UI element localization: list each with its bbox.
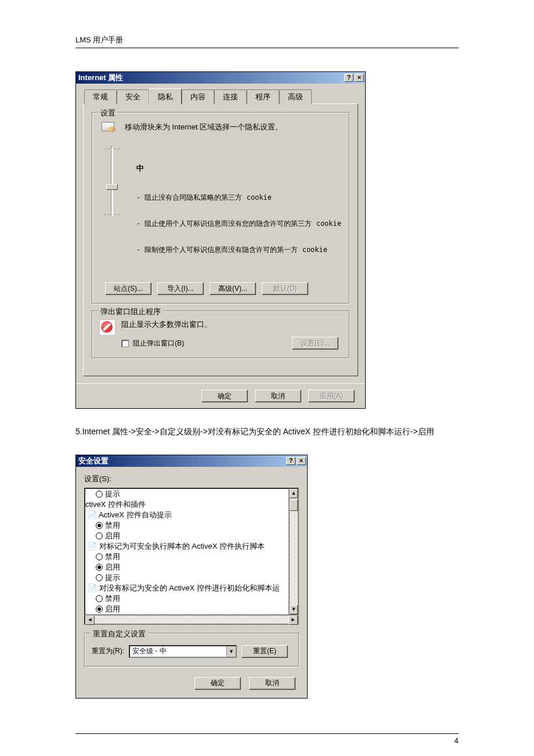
option-label: 禁用 [105,552,120,561]
radio-icon[interactable] [96,522,103,529]
settings-label: 设置(S): [84,474,299,484]
list-item[interactable]: 禁用 [85,520,288,531]
window-title-2: 安全设置 [78,456,285,466]
radio-icon[interactable] [96,553,103,560]
chevron-down-icon[interactable]: ▼ [226,646,236,657]
radio-icon[interactable] [96,606,103,613]
internet-options-window: Internet 属性 ? × 常规 安全 隐私 内容 连接 程序 高级 设置 … [75,71,366,409]
list-item[interactable]: 禁用 [85,593,288,604]
radio-icon[interactable] [96,595,103,602]
ok-button[interactable]: 确定 [201,390,248,402]
scrollbar-track[interactable] [290,511,298,605]
list-item[interactable]: 启用 [85,562,288,573]
settings-group: 设置 移动滑块来为 Internet 区域选择一个隐私设置。 中 - 阻止没有合… [92,112,349,304]
category-item: ctiveX 控件和插件 [85,499,288,510]
page-footer: 4 [75,733,459,745]
tab-advanced[interactable]: 高级 [279,89,312,104]
combo-value: 安全级 - 中 [132,646,226,656]
reset-level-combo[interactable]: 安全级 - 中 ▼ [129,645,237,658]
privacy-desc: 移动滑块来为 Internet 区域选择一个隐私设置。 [125,121,283,135]
list-item[interactable]: 启用 [85,604,288,614]
reset-button[interactable]: 重置(E) [241,645,288,658]
list-item[interactable]: 提示 [85,489,288,499]
option-label: 启用 [105,563,120,571]
step-5-text: 5.Internet 属性->安全->自定义级别->对没有标记为安全的 Acti… [75,423,459,441]
cancel-button[interactable]: 取消 [249,677,295,690]
category-item: 📄 ActiveX 控件自动提示 [85,510,288,520]
privacy-panel: 设置 移动滑块来为 Internet 区域选择一个隐私设置。 中 - 阻止没有合… [83,103,358,376]
popup-desc: 阻止显示大多数弹出窗口。 [121,319,342,330]
option-label: 提示 [105,573,120,582]
horizontal-scrollbar[interactable]: ◄ ► [84,615,299,625]
radio-icon[interactable] [96,491,103,498]
tab-programs[interactable]: 程序 [247,89,279,104]
option-label: 对标记为可安全执行脚本的 ActiveX 控件执行脚本 [99,542,265,550]
option-label: 禁用 [105,521,120,530]
tab-connections[interactable]: 连接 [214,89,247,104]
option-label: 启用 [105,531,120,540]
sites-button[interactable]: 站点(S)... [105,282,151,295]
vertical-scrollbar[interactable]: ▲ ▼ [290,488,299,615]
category-item: 📄 对标记为可安全执行脚本的 ActiveX 控件执行脚本 [85,541,288,552]
popup-blocker-group: 弹出窗口阻止程序 阻止显示大多数弹出窗口。 阻止弹出窗口(B) 设置(E)... [92,311,349,358]
privacy-slider[interactable] [99,146,125,216]
help-icon[interactable]: ? [344,74,353,82]
reset-group: 重置自定义设置 重置为(R): 安全级 - 中 ▼ 重置(E) [84,633,299,667]
option-label: 提示 [105,489,120,498]
option-label: 禁用 [105,594,120,603]
scrollbar-track[interactable] [95,615,288,624]
slider-track [111,146,113,216]
advanced-button[interactable]: 高级(V)... [210,282,256,295]
tab-general[interactable]: 常规 [84,89,117,104]
scroll-up-icon[interactable]: ▲ [290,489,298,498]
dialog-buttons: 确定 取消 应用(A) [76,383,365,408]
popup-block-checkbox[interactable] [121,340,129,347]
popup-block-checkbox-row[interactable]: 阻止弹出窗口(B) [121,339,184,348]
privacy-level-title: 中 [136,164,341,172]
list-item[interactable]: 提示 [85,573,288,583]
scroll-left-icon[interactable]: ◄ [85,615,95,625]
import-button[interactable]: 导入(I)... [157,282,204,295]
reset-label: 重置为(R): [92,646,124,656]
privacy-level-line2: - 阻止使用个人可标识信息而没有您的隐含许可的第三方 cookie [136,219,341,228]
help-icon[interactable]: ? [286,457,295,465]
option-label: 启用 [105,604,120,613]
popup-blocked-icon [99,319,116,336]
tab-content[interactable]: 内容 [182,89,214,104]
ok-button[interactable]: 确定 [194,677,241,690]
default-button[interactable]: 默认(D) [262,282,308,295]
scroll-down-icon[interactable]: ▼ [290,605,298,614]
list-item[interactable]: 启用 [85,531,288,541]
page-header: LMS 用户手册 [75,35,459,48]
security-settings-window: 安全设置 ? × 设置(S): 提示 ctiveX 控件和插件 📄 Active… [75,455,308,699]
apply-button[interactable]: 应用(A) [308,390,355,402]
settings-legend: 设置 [98,108,118,118]
cancel-button[interactable]: 取消 [255,390,301,402]
titlebar-2: 安全设置 ? × [76,455,307,467]
option-label: 对没有标记为安全的 ActiveX 控件进行初始化和脚本运 [99,584,280,592]
scrollbar-thumb[interactable] [290,499,298,511]
security-options-list[interactable]: 提示 ctiveX 控件和插件 📄 ActiveX 控件自动提示 禁用 启用 📄… [84,488,290,615]
window-title: Internet 属性 [78,73,343,83]
tab-security[interactable]: 安全 [117,89,149,104]
privacy-level-info: 中 - 阻止没有合同隐私策略的第三方 cookie - 阻止使用个人可标识信息而… [136,146,341,272]
privacy-level-line1: - 阻止没有合同隐私策略的第三方 cookie [136,193,341,202]
close-icon[interactable]: × [297,457,306,465]
privacy-icon [99,121,118,135]
radio-icon[interactable] [96,564,103,571]
scroll-right-icon[interactable]: ► [288,615,298,625]
list-item[interactable]: 禁用 [85,552,288,562]
close-icon[interactable]: × [355,74,364,82]
reset-legend: 重置自定义设置 [91,629,148,639]
popup-block-label: 阻止弹出窗口(B) [133,339,184,347]
radio-icon[interactable] [96,574,103,581]
slider-thumb[interactable] [106,184,118,190]
tabstrip: 常规 安全 隐私 内容 连接 程序 高级 [83,88,358,104]
popup-settings-button[interactable]: 设置(E)... [292,337,338,350]
tab-privacy[interactable]: 隐私 [149,88,182,105]
popup-legend: 弹出窗口阻止程序 [98,307,163,317]
option-label: ActiveX 控件自动提示 [99,510,172,519]
category-item: 📄 对没有标记为安全的 ActiveX 控件进行初始化和脚本运 [85,583,288,593]
privacy-level-line3: - 限制使用个人可标识信息而没有隐含许可的第一方 cookie [136,246,341,254]
radio-icon[interactable] [96,532,103,539]
